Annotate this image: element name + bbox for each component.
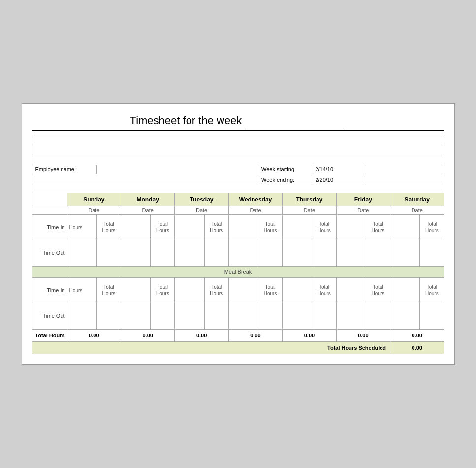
timesheet-table: Employee name: Week starting: 2/14/10 We… — [32, 135, 444, 354]
thursday-hours-2[interactable] — [283, 278, 312, 302]
sunday-total-value: 0.00 — [67, 330, 121, 342]
wednesday-timeout-1[interactable] — [228, 239, 258, 267]
monday-total-2: TotalHours — [151, 278, 175, 302]
tuesday-hours-2[interactable] — [175, 278, 204, 302]
friday-total-value: 0.00 — [336, 330, 390, 342]
time-out-label-1: Time Out — [32, 239, 67, 267]
week-ending-value: 2/20/10 — [312, 174, 366, 185]
monday-timeout-total-2 — [151, 302, 175, 330]
tuesday-header: Tuesday — [175, 193, 228, 206]
sunday-hours-1[interactable]: Hours — [67, 215, 96, 239]
friday-hours-1[interactable] — [336, 215, 366, 239]
friday-total-1: TotalHours — [366, 215, 390, 239]
total-scheduled-row: Total Hours Scheduled 0.00 — [32, 342, 444, 354]
blank-row-2 — [32, 145, 444, 155]
sunday-hours-2[interactable]: Hours — [67, 278, 96, 302]
meal-break-label: Meal Break — [32, 267, 444, 278]
tuesday-date: Date — [175, 206, 228, 215]
employee-name-field[interactable] — [96, 165, 258, 174]
total-hours-label: Total Hours — [32, 330, 67, 342]
blank-row-4 — [32, 185, 444, 193]
monday-hours-2[interactable] — [121, 278, 151, 302]
thursday-timeout-2[interactable] — [283, 302, 312, 330]
hours-label-2: Hours — [69, 287, 83, 293]
monday-header: Monday — [121, 193, 175, 206]
thursday-total-value: 0.00 — [283, 330, 336, 342]
friday-hours-2[interactable] — [336, 278, 366, 302]
saturday-hours-1[interactable] — [390, 215, 420, 239]
day-headers-row: Sunday Monday Tuesday Wednesday Thursday… — [32, 193, 444, 206]
week-starting-label: Week starting: — [258, 165, 312, 174]
saturday-timeout-total-2 — [420, 302, 444, 330]
tuesday-timeout-total-2 — [204, 302, 228, 330]
friday-total-2: TotalHours — [366, 278, 390, 302]
week-starting-value: 2/14/10 — [312, 165, 366, 174]
monday-date: Date — [121, 206, 175, 215]
wednesday-total-1: TotalHours — [258, 215, 283, 239]
monday-hours-1[interactable] — [121, 215, 151, 239]
wednesday-total-2: TotalHours — [258, 278, 283, 302]
meal-break-row: Meal Break — [32, 267, 444, 278]
thursday-hours-1[interactable] — [283, 215, 312, 239]
time-out-row-2: Time Out — [32, 302, 444, 330]
saturday-timeout-total-1 — [420, 239, 444, 267]
time-in-label-1: Time In — [32, 215, 67, 239]
time-in-label-2: Time In — [32, 278, 67, 302]
saturday-header: Saturday — [390, 193, 444, 206]
wednesday-timeout-2[interactable] — [228, 302, 258, 330]
thursday-timeout-1[interactable] — [283, 239, 312, 267]
time-out-label-2: Time Out — [32, 302, 67, 330]
employee-name-row: Employee name: Week starting: 2/14/10 — [32, 165, 444, 174]
wednesday-hours-1[interactable] — [228, 215, 258, 239]
sunday-timeout-2[interactable] — [67, 302, 96, 330]
wednesday-date: Date — [228, 206, 282, 215]
week-ending-row: Week ending: 2/20/10 — [32, 174, 444, 185]
saturday-total-2: TotalHours — [420, 278, 444, 302]
saturday-total-1: TotalHours — [420, 215, 444, 239]
thursday-total-1: TotalHours — [312, 215, 336, 239]
monday-timeout-1[interactable] — [121, 239, 151, 267]
tuesday-total-1: TotalHours — [204, 215, 228, 239]
thursday-timeout-total-1 — [312, 239, 336, 267]
tuesday-timeout-2[interactable] — [175, 302, 204, 330]
saturday-timeout-2[interactable] — [390, 302, 420, 330]
friday-date: Date — [336, 206, 390, 215]
monday-timeout-2[interactable] — [121, 302, 151, 330]
total-scheduled-value: 0.00 — [390, 342, 444, 354]
tuesday-total-value: 0.00 — [175, 330, 228, 342]
tuesday-total-2: TotalHours — [204, 278, 228, 302]
timesheet-container: Timesheet for the week Employee name: We… — [22, 103, 455, 365]
thursday-total-2: TotalHours — [312, 278, 336, 302]
time-in-row-2: Time In Hours TotalHours TotalHours Tota… — [32, 278, 444, 302]
sunday-date: Date — [67, 206, 121, 215]
tuesday-hours-1[interactable] — [175, 215, 204, 239]
wednesday-timeout-total-1 — [258, 239, 283, 267]
hours-label: Hours — [69, 224, 83, 230]
sunday-header: Sunday — [67, 193, 121, 206]
wednesday-total-value: 0.00 — [228, 330, 282, 342]
thursday-header: Thursday — [283, 193, 336, 206]
title-underline — [248, 114, 346, 127]
saturday-timeout-1[interactable] — [390, 239, 420, 267]
thursday-date: Date — [283, 206, 336, 215]
time-out-row-1: Time Out — [32, 239, 444, 267]
monday-total-value: 0.00 — [121, 330, 175, 342]
monday-total-1: TotalHours — [151, 215, 175, 239]
time-in-row-1: Time In Hours TotalHours TotalHours Tota… — [32, 215, 444, 239]
sunday-timeout-total-1 — [96, 239, 121, 267]
friday-timeout-1[interactable] — [336, 239, 366, 267]
date-row: Date Date Date Date Date Date Date — [32, 206, 444, 215]
wednesday-timeout-total-2 — [258, 302, 283, 330]
sunday-timeout-1[interactable] — [67, 239, 96, 267]
week-ending-label: Week ending: — [258, 174, 312, 185]
sunday-total-2: TotalHours — [96, 278, 121, 302]
friday-header: Friday — [336, 193, 390, 206]
friday-timeout-2[interactable] — [336, 302, 366, 330]
wednesday-hours-2[interactable] — [228, 278, 258, 302]
monday-timeout-total-1 — [151, 239, 175, 267]
thursday-timeout-total-2 — [312, 302, 336, 330]
tuesday-timeout-1[interactable] — [175, 239, 204, 267]
saturday-hours-2[interactable] — [390, 278, 420, 302]
sunday-total-1: TotalHours — [96, 215, 121, 239]
friday-timeout-total-2 — [366, 302, 390, 330]
